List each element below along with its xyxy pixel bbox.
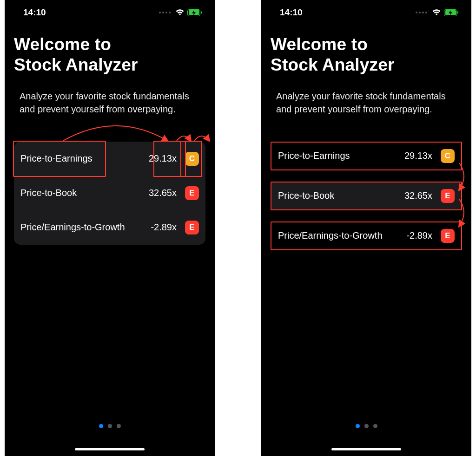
- wifi-icon: [175, 9, 185, 16]
- metrics-card: Price-to-Earnings 29.13x C Price-to-Book…: [14, 142, 205, 245]
- metric-value: 32.65x: [149, 188, 177, 198]
- metric-label: Price/Earnings-to-Growth: [278, 230, 383, 241]
- metric-value: 29.13x: [149, 153, 177, 164]
- page-dot[interactable]: [108, 424, 112, 428]
- status-time: 14:10: [23, 7, 46, 18]
- metric-label: Price-to-Book: [20, 188, 77, 198]
- page-dot[interactable]: [364, 424, 369, 428]
- metric-label: Price-to-Book: [278, 190, 334, 201]
- metric-row[interactable]: Price-to-Book 32.65x E: [14, 176, 205, 210]
- grade-badge: E: [185, 221, 199, 235]
- status-bar: 14:10: [5, 0, 215, 20]
- grade-badge: E: [441, 189, 455, 203]
- grade-badge: C: [441, 149, 455, 163]
- grade-badge: E: [441, 229, 455, 243]
- metric-row[interactable]: Price-to-Book 32.65x E: [271, 182, 462, 210]
- annotation-arrows-vstack: [456, 162, 469, 232]
- page-dot[interactable]: [356, 424, 360, 428]
- cellular-dots-icon: [416, 12, 427, 13]
- home-indicator[interactable]: [331, 448, 401, 450]
- cellular-dots-icon: [159, 12, 171, 13]
- page-indicator[interactable]: [261, 424, 471, 428]
- page-title: Welcome to Stock Analyzer: [271, 34, 462, 76]
- annotation-arrows-hstack: [14, 120, 205, 142]
- metric-value: -2.89x: [151, 222, 177, 233]
- grade-badge: E: [185, 186, 199, 200]
- metric-label: Price-to-Earnings: [20, 153, 93, 164]
- metric-value: -2.89x: [406, 230, 432, 241]
- metric-value: 32.65x: [404, 190, 432, 201]
- metric-row[interactable]: Price-to-Earnings 29.13x C: [14, 142, 205, 176]
- page-indicator[interactable]: [5, 424, 215, 428]
- page-title: Welcome to Stock Analyzer: [14, 34, 205, 76]
- home-indicator[interactable]: [75, 448, 145, 450]
- page-subtitle: Analyze your favorite stock fundamentals…: [271, 90, 462, 116]
- wifi-icon: [432, 9, 441, 16]
- phone-screenshot-right: 14:10 Welcome to Stock Analyzer Analyze …: [261, 0, 471, 456]
- metric-value: 29.13x: [404, 150, 432, 161]
- status-bar: 14:10: [261, 0, 471, 20]
- metric-row[interactable]: Price/Earnings-to-Growth -2.89x E: [271, 221, 462, 250]
- battery-charging-icon: [187, 9, 202, 16]
- grade-badge: C: [185, 152, 199, 166]
- page-dot[interactable]: [117, 424, 121, 428]
- metric-row[interactable]: Price/Earnings-to-Growth -2.89x E: [14, 210, 205, 245]
- metric-row[interactable]: Price-to-Earnings 29.13x C: [271, 142, 462, 170]
- battery-charging-icon: [444, 9, 458, 16]
- metric-label: Price-to-Earnings: [278, 150, 350, 161]
- page-dot[interactable]: [99, 424, 103, 428]
- phone-screenshot-left: 14:10 Welcome to Stock Analyzer Analyze …: [5, 0, 215, 456]
- metric-label: Price/Earnings-to-Growth: [20, 222, 125, 233]
- page-dot[interactable]: [373, 424, 377, 428]
- page-subtitle: Analyze your favorite stock fundamentals…: [14, 90, 205, 116]
- status-time: 14:10: [280, 7, 303, 18]
